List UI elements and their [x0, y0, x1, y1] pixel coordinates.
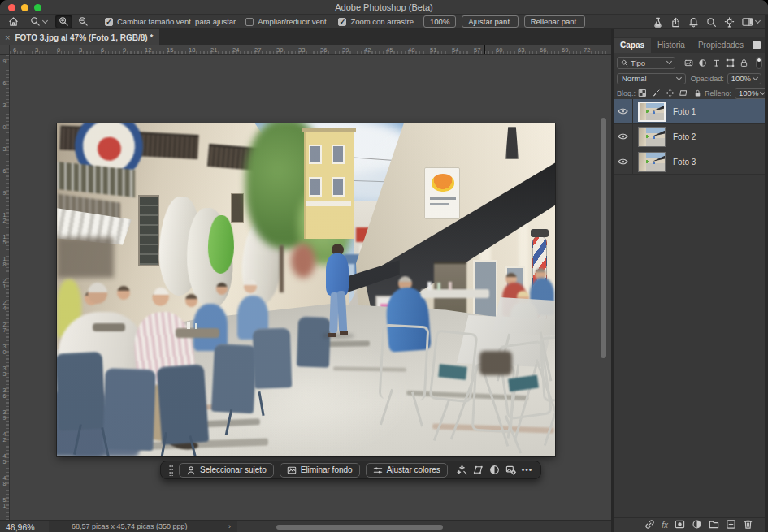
toolbar-checkbox[interactable]: ✓Cambiar tamaño vent. para ajustar [105, 17, 236, 26]
remove-background-label: Eliminar fondo [301, 465, 353, 474]
close-tab-icon[interactable]: × [5, 32, 10, 42]
status-document-info[interactable]: 68,57 picas x 45,74 picas (350 ppp) › [49, 521, 237, 532]
lock-all-icon[interactable] [693, 89, 702, 97]
document-canvas-photo[interactable] [57, 123, 555, 456]
discover-lightbulb-icon[interactable] [724, 17, 735, 28]
filter-toggle-switch[interactable] [756, 57, 762, 69]
status-document-info-text: 68,57 picas x 45,74 picas (350 ppp) [72, 522, 188, 530]
image-icon [287, 465, 297, 475]
lock-position-move-icon[interactable] [666, 89, 675, 97]
filter-search-icon [621, 59, 628, 67]
image-settings-icon[interactable] [505, 465, 516, 475]
notifications-bell-icon[interactable] [688, 17, 699, 28]
link-layers-icon[interactable] [644, 518, 655, 532]
drag-handle-icon[interactable] [169, 465, 173, 476]
layer-filter-type-select[interactable]: Tipo [617, 57, 675, 69]
layer-visibility-toggle[interactable] [614, 124, 633, 149]
toolbar-checkbox[interactable]: Ampliar/reducir vent. [245, 17, 328, 26]
ruler-label: 4 2 [1, 431, 8, 443]
options-bar-right-icons [653, 15, 760, 29]
layer-thumbnail[interactable] [638, 152, 666, 172]
toolbar-checkbox[interactable]: ✓Zoom con arrastre [338, 17, 414, 26]
zoom-in-tool-button[interactable] [55, 15, 72, 28]
new-group-folder-icon[interactable] [709, 518, 719, 532]
layer-visibility-toggle[interactable] [614, 99, 633, 124]
vertical-scrollbar[interactable] [601, 118, 606, 358]
ruler-label: 60 [496, 46, 502, 54]
select-subject-button[interactable]: Seleccionar sujeto [179, 463, 274, 478]
checkbox-icon[interactable]: ✓ [338, 18, 346, 26]
panel-menu-icon[interactable] [753, 41, 761, 49]
workspace-switcher-icon[interactable] [742, 17, 760, 27]
status-zoom-value[interactable]: 46,96% [6, 522, 35, 532]
checkbox-icon[interactable]: ✓ [105, 18, 113, 26]
transform-icon[interactable] [473, 465, 484, 475]
zoom-100-button[interactable]: 100% [423, 15, 456, 28]
opacity-value-select[interactable]: 100% [727, 73, 761, 84]
horizontal-scrollbar[interactable] [276, 525, 443, 530]
lock-pixels-brush-icon[interactable] [652, 89, 661, 97]
lock-transparency-icon[interactable] [638, 89, 647, 97]
filter-shape-layers-icon[interactable] [726, 58, 735, 67]
magic-wand-icon[interactable] [457, 465, 467, 475]
select-subject-label: Seleccionar sujeto [200, 465, 267, 474]
beta-flask-icon[interactable] [653, 17, 663, 28]
blend-mode-select[interactable]: Normal [617, 73, 686, 84]
fill-screen-button[interactable]: Rellenar pant. [524, 15, 585, 28]
ruler-label: 9 [123, 46, 126, 54]
adjust-colors-label: Ajustar colores [387, 465, 440, 474]
layer-name[interactable]: Foto 3 [673, 158, 696, 167]
zoom-tool-icon[interactable] [30, 16, 47, 27]
ruler-label: 3 6 [1, 387, 8, 399]
titlebar: Adobe Photoshop (Beta) [0, 0, 768, 15]
filter-adjustment-layers-icon[interactable] [698, 58, 707, 67]
opacity-label: Opacidad: [691, 75, 724, 83]
adjustment-contrast-icon[interactable] [489, 465, 500, 475]
chevron-down-icon [666, 58, 672, 64]
status-expand-icon[interactable]: › [228, 521, 231, 532]
home-icon[interactable] [8, 16, 19, 27]
share-icon[interactable] [670, 17, 681, 28]
search-icon[interactable] [706, 17, 717, 28]
ruler-label: 12 [145, 46, 151, 54]
chevron-down-icon[interactable] [42, 17, 48, 23]
ruler-label: 3 0 [1, 344, 8, 355]
delete-layer-trash-icon[interactable] [743, 518, 753, 532]
document-tab[interactable]: × FOTO 3.jpg al 47% (Foto 1, RGB/8) * [0, 29, 159, 45]
add-layer-mask-icon[interactable] [675, 518, 685, 532]
filter-smart-objects-icon[interactable] [740, 58, 748, 67]
layer-effects-icon[interactable]: fx [662, 521, 668, 530]
layer-name[interactable]: Foto 2 [673, 132, 696, 141]
new-adjustment-layer-icon[interactable] [692, 518, 702, 532]
zoom-out-tool-button[interactable] [76, 15, 91, 28]
layer-name[interactable]: Foto 1 [673, 107, 696, 116]
collapsed-dock-strip [765, 15, 768, 532]
more-options-icon[interactable]: ••• [522, 465, 533, 474]
tab-historia[interactable]: Historia [651, 38, 692, 53]
horizontal-ruler[interactable]: 6303691215182124273033363942454851545760… [10, 45, 611, 55]
adjust-colors-button[interactable]: Ajustar colores [366, 463, 448, 478]
layer-thumbnail[interactable] [638, 102, 666, 122]
ruler-label: 6 [1, 80, 8, 86]
tab-capas[interactable]: Capas [614, 38, 651, 53]
vertical-ruler[interactable]: 96303691 21 51 82 12 42 73 03 33 63 94 2… [0, 55, 10, 520]
filter-pixel-layers-icon[interactable] [684, 58, 693, 67]
toolbar-checkboxes: ✓Cambiar tamaño vent. para ajustarAmplia… [105, 17, 423, 26]
new-layer-icon[interactable] [726, 518, 736, 532]
ruler-label: 3 [35, 46, 38, 54]
ruler-label: 33 [298, 46, 305, 54]
canvas-viewport[interactable]: Seleccionar sujeto Eliminar fondo Ajusta… [10, 55, 611, 520]
tab-propiedades[interactable]: Propiedades [692, 38, 750, 53]
remove-background-button[interactable]: Eliminar fondo [280, 463, 360, 478]
filter-type-layers-icon[interactable] [712, 58, 721, 67]
layer-visibility-toggle[interactable] [614, 149, 633, 175]
layer-row-foto-3[interactable]: Foto 3 [614, 149, 765, 175]
ruler-label: 51 [430, 46, 436, 54]
layer-row-foto-2[interactable]: Foto 2 [614, 124, 765, 149]
fill-value-select[interactable]: 100% [735, 88, 768, 99]
layer-row-foto-1[interactable]: Foto 1 [614, 99, 765, 124]
fit-screen-button[interactable]: Ajustar pant. [462, 15, 518, 28]
layer-thumbnail[interactable] [638, 127, 666, 147]
checkbox-icon[interactable] [245, 18, 254, 26]
lock-artboard-icon[interactable] [679, 89, 688, 97]
